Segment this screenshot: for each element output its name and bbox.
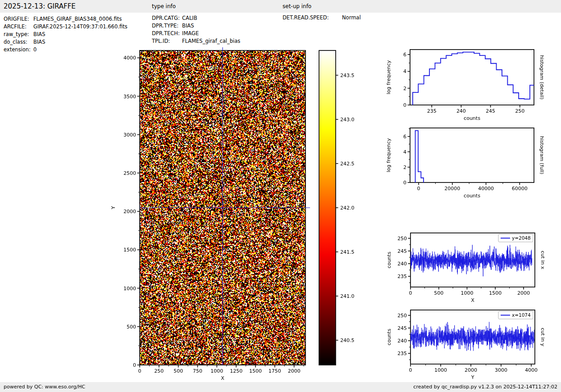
x-axis-label: counts xyxy=(464,115,480,121)
x-axis-label: counts xyxy=(464,193,480,199)
footer-powered-by: powered by QC: www.eso.org/HC xyxy=(4,382,85,392)
x-tick-label: 240 xyxy=(456,108,466,114)
y-tick-label: 3000 xyxy=(123,132,136,138)
x-tick-label: 4000 xyxy=(525,367,538,373)
colorbar-tick-label: 240.5 xyxy=(340,337,355,343)
y-tick-label: 2500 xyxy=(123,170,136,176)
dpr-tech-label: DPR.TECH: xyxy=(152,30,180,36)
y-tick-label: 2 xyxy=(403,164,406,170)
dpr-type-value: BIAS xyxy=(182,23,194,29)
x-tick-label: 1000 xyxy=(210,368,223,374)
tpl-id-value: FLAMES_giraf_cal_bias xyxy=(182,38,240,44)
colorbar-gradient xyxy=(319,50,336,365)
y-tick-label: 4 xyxy=(403,149,406,155)
x-tick-label: 40000 xyxy=(478,186,494,191)
x-tick-label: 1000 xyxy=(434,367,447,373)
y-tick-label: 6 xyxy=(403,134,406,140)
x-tick-label: 1500 xyxy=(249,368,262,374)
x-tick-label: 250 xyxy=(515,108,525,114)
histogram-detail-plot: 2352402452500246countslog frequencyhisto… xyxy=(386,50,545,121)
right-axis-label: histogram (full) xyxy=(539,136,545,174)
x-tick-label: 3000 xyxy=(495,367,507,373)
y-tick-label: 240 xyxy=(397,338,407,344)
x-tick-label: 2000 xyxy=(465,367,477,373)
right-axis-label: cut in x xyxy=(540,251,546,269)
y-tick-label: 6 xyxy=(403,52,406,58)
x-tick-label: 0 xyxy=(409,290,412,296)
bias-frame-image xyxy=(140,50,306,365)
y-tick-label: 2 xyxy=(403,86,406,91)
colorbar-tick-label: 241.0 xyxy=(340,293,355,299)
x-tick-label: 0 xyxy=(409,367,412,373)
arcfile-label: ARCFILE: xyxy=(4,23,27,30)
qc-report-page: 2025-12-13: GIRAFFE type info set-up inf… xyxy=(0,0,561,392)
x-tick-label: 2000 xyxy=(288,368,301,374)
x-tick-label: 20000 xyxy=(444,186,460,191)
colorbar: 243.5243.0242.5242.0241.5241.0240.5 xyxy=(319,50,355,365)
y-tick-label: 0 xyxy=(403,180,406,186)
type-info-heading: type info xyxy=(152,0,176,13)
footer-created-by: created by qc_rawdisp.py v1.2.3 on 2025-… xyxy=(413,382,557,392)
y-tick-label: 235 xyxy=(397,273,407,279)
x-tick-label: 500 xyxy=(173,368,183,374)
cut-in-y-plot: 01000200030004000235240245250Ycountscut … xyxy=(386,310,546,380)
x-axis-label: X xyxy=(221,375,224,381)
legend-box xyxy=(498,234,533,242)
x-tick-label: 1000 xyxy=(461,290,473,296)
x-tick-label: 1500 xyxy=(489,290,502,296)
do-class-label: do_class: xyxy=(4,39,27,45)
legend-box xyxy=(498,311,533,319)
y-tick-label: 1000 xyxy=(123,286,136,292)
legend-label: x=1074 xyxy=(512,312,531,318)
plot-frame xyxy=(410,128,534,182)
plot-frame xyxy=(410,310,535,364)
y-tick-label: 3500 xyxy=(123,94,136,100)
y-tick-label: 250 xyxy=(397,313,407,319)
extension-label: extension: xyxy=(4,46,31,53)
colorbar-tick-label: 242.5 xyxy=(340,161,355,167)
extension-value: 0 xyxy=(33,46,36,53)
arcfile-value: GIRAF.2025-12-14T09:37:01.660.fits xyxy=(33,23,128,30)
read-speed-value: Normal xyxy=(342,14,361,21)
read-speed-label: DET.READ.SPEED: xyxy=(283,14,329,21)
y-tick-label: 2000 xyxy=(123,209,136,214)
colorbar-tick-label: 243.0 xyxy=(340,117,355,123)
page-title: 2025-12-13: GIRAFFE xyxy=(4,0,76,13)
dpr-catg-label: DPR.CATG: xyxy=(152,15,180,21)
header-bar: 2025-12-13: GIRAFFE type info set-up inf… xyxy=(0,0,561,13)
plot-frame xyxy=(410,233,535,287)
right-axis-label: histogram (detail) xyxy=(539,55,545,100)
do-class-value: BIAS xyxy=(33,39,45,45)
right-axis-label: cut in y xyxy=(540,328,546,346)
x-tick-label: 2000 xyxy=(517,290,530,296)
colorbar-tick-label: 243.5 xyxy=(340,73,355,78)
origfile-value: FLAMES_GIRAF_BIAS348_0006.fits xyxy=(33,16,122,22)
y-tick-label: 245 xyxy=(397,248,407,254)
y-tick-label: 4000 xyxy=(123,55,136,61)
y-tick-label: 240 xyxy=(397,261,407,267)
x-axis-label: X xyxy=(471,297,474,303)
y-tick-label: 250 xyxy=(397,236,407,242)
origfile-label: ORIGFILE: xyxy=(4,16,29,22)
y-tick-label: 235 xyxy=(397,351,407,356)
x-tick-label: 0 xyxy=(417,186,420,191)
histogram-step-line xyxy=(415,131,424,182)
x-tick-label: 245 xyxy=(486,108,495,114)
x-tick-label: 1750 xyxy=(269,368,281,374)
x-tick-label: 500 xyxy=(434,290,443,296)
y-tick-label: 245 xyxy=(397,325,407,331)
raw-type-value: BIAS xyxy=(33,31,45,37)
dpr-catg-value: CALIB xyxy=(182,15,197,21)
colorbar-tick-label: 242.0 xyxy=(340,205,355,211)
y-tick-label: 500 xyxy=(127,324,136,330)
x-tick-label: 0 xyxy=(138,368,141,374)
setup-info-heading: set-up info xyxy=(283,0,311,13)
x-tick-label: 235 xyxy=(427,108,437,114)
histogram-full-plot: 02000040000600000246countslog frequencyh… xyxy=(386,128,545,199)
cut-noise-line xyxy=(410,322,534,351)
histogram-step-line xyxy=(413,52,535,105)
raw-type-label: raw_type: xyxy=(4,31,29,37)
y-tick-label: 1500 xyxy=(123,247,136,253)
y-tick-label: 4 xyxy=(403,68,406,74)
y-axis-label: log frequency xyxy=(386,60,392,94)
